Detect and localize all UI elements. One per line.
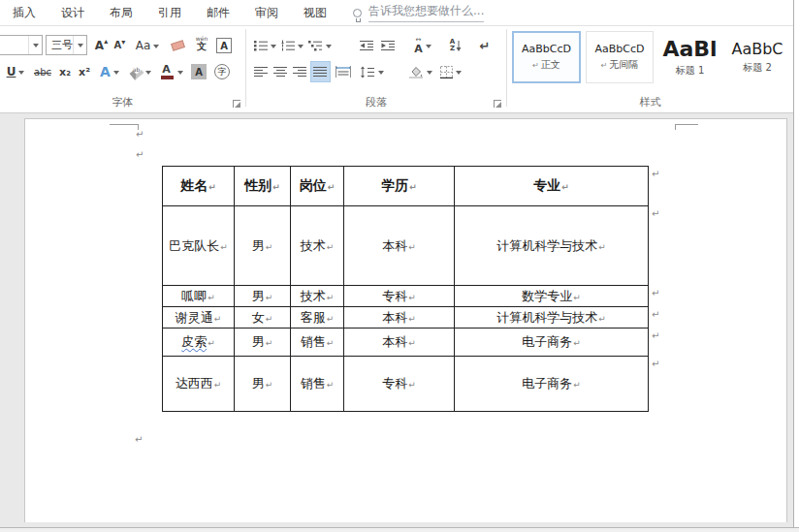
table-cell[interactable]: 呱唧↵	[163, 286, 235, 307]
table-cell[interactable]: 计算机科学与技术↵	[455, 206, 649, 286]
table-cell[interactable]: 巴克队长↵	[163, 206, 235, 286]
paragraph-mark: ↵	[136, 150, 144, 160]
font-size-combo[interactable]: 三号	[46, 35, 87, 55]
table-cell[interactable]: 数学专业↵	[455, 286, 649, 307]
table-cell[interactable]: 计算机科学与技术↵	[455, 307, 649, 329]
paragraph-mark: ↵	[135, 435, 143, 445]
tab-references[interactable]: 引用	[145, 0, 194, 25]
style-no-spacing[interactable]: AaBbCcD ↵无间隔	[586, 31, 654, 83]
table-cell[interactable]: 客服↵	[291, 307, 344, 329]
table-cell[interactable]: 销售↵	[291, 329, 344, 357]
table-row: 呱唧↵ 男↵ 技术↵ 专科↵ 数学专业↵	[163, 286, 649, 307]
font-color-icon: A	[159, 64, 175, 80]
show-marks-button[interactable]: ↵	[475, 35, 495, 56]
status-bar-strip	[0, 528, 799, 532]
table-cell[interactable]: 技术↵	[291, 206, 344, 286]
clear-formatting-button[interactable]	[167, 35, 188, 56]
header-position[interactable]: 岗位↵	[291, 167, 344, 206]
table-cell[interactable]: 谢灵通↵	[163, 307, 235, 329]
style-heading2[interactable]: AaBbC 标题 2	[726, 31, 788, 83]
chevron-down-icon	[73, 36, 86, 54]
paragraph-group: ↔ A A Z ↵	[246, 26, 506, 112]
enclose-characters-icon: 字	[214, 64, 230, 79]
increase-indent-button[interactable]	[378, 35, 398, 56]
numbering-button[interactable]	[279, 35, 304, 56]
paragraph-group-label: 段落	[246, 95, 506, 110]
table-cell[interactable]: 专科↵	[344, 286, 455, 307]
paragraph-dialog-launcher[interactable]	[494, 100, 501, 108]
header-gender[interactable]: 性别↵	[235, 167, 291, 206]
table-cell[interactable]: 皮索↵	[163, 329, 235, 357]
grow-font-button[interactable]: A▴	[92, 35, 111, 56]
end-of-row-mark: ↵	[652, 360, 659, 369]
employee-table: 姓名↵ 性别↵ 岗位↵ 学历↵ 专业↵ 巴克队长↵ 男↵ 技术↵ 本科↵ 计算机…	[162, 166, 649, 412]
character-shading-button[interactable]: A	[190, 61, 208, 82]
superscript-button[interactable]: x²	[76, 61, 93, 82]
line-spacing-button[interactable]	[357, 61, 386, 82]
tab-insert[interactable]: 插入	[0, 0, 48, 25]
table-cell[interactable]: 本科↵	[344, 206, 455, 286]
table-cell[interactable]: 销售↵	[291, 357, 344, 412]
tab-layout[interactable]: 布局	[97, 0, 145, 25]
font-color-button[interactable]: A	[157, 61, 184, 82]
underline-button[interactable]: U	[4, 61, 27, 82]
tab-view[interactable]: 视图	[291, 0, 339, 25]
font-dialog-launcher[interactable]	[233, 100, 240, 108]
table-cell[interactable]: 技术↵	[291, 286, 344, 307]
table-cell[interactable]: 男↵	[235, 286, 291, 307]
styles-group-label: 样式	[507, 95, 793, 110]
align-center-icon	[273, 66, 288, 78]
change-case-button[interactable]: Aa	[134, 35, 161, 56]
table-cell[interactable]: 本科↵	[344, 329, 455, 357]
increase-indent-icon	[381, 40, 396, 51]
align-left-button[interactable]	[252, 61, 271, 82]
character-shading-icon: A	[191, 64, 207, 79]
shading-button[interactable]	[405, 61, 434, 82]
table-cell[interactable]: 男↵	[235, 206, 291, 286]
table-cell[interactable]: 电子商务↵	[455, 329, 649, 357]
decrease-indent-button[interactable]	[357, 35, 376, 56]
table-cell[interactable]: 达西西↵	[163, 357, 235, 412]
table-cell[interactable]: 本科↵	[344, 307, 455, 329]
tell-me-box[interactable]: 告诉我您想要做什么...	[353, 3, 484, 22]
bullets-icon	[254, 40, 268, 51]
tab-review[interactable]: 审阅	[242, 0, 291, 25]
text-highlight-button[interactable]: ab	[126, 61, 155, 82]
bullets-button[interactable]	[252, 35, 277, 56]
header-name[interactable]: 姓名↵	[163, 167, 235, 206]
phonetic-guide-button[interactable]: wén 文	[192, 33, 211, 54]
strikethrough-button[interactable]: abc	[31, 61, 54, 82]
header-major[interactable]: 专业↵	[455, 167, 649, 206]
lightbulb-icon	[353, 9, 362, 17]
sort-button[interactable]: A Z	[446, 35, 465, 56]
character-border-button[interactable]: A	[215, 35, 233, 56]
distribute-button[interactable]	[333, 61, 354, 82]
style-heading1[interactable]: AaBl 标题 1	[657, 31, 722, 83]
table-cell[interactable]: 电子商务↵	[455, 357, 649, 412]
end-of-row-mark: ↵	[652, 289, 659, 298]
text-effects-button[interactable]: A	[97, 61, 122, 82]
multilevel-list-button[interactable]	[306, 35, 334, 56]
tab-mailings[interactable]: 邮件	[194, 0, 242, 25]
shrink-font-button[interactable]: A▾	[111, 35, 129, 56]
font-name-combo[interactable]	[0, 35, 43, 55]
header-education[interactable]: 学历↵	[344, 167, 455, 206]
document-page[interactable]: ↵ ↵ 姓名↵ 性别↵ 岗位↵ 学历↵ 专业↵ 巴克队长↵ 男↵ 技术↵ 本科↵	[24, 118, 787, 522]
borders-icon	[440, 66, 453, 78]
style-normal[interactable]: AaBbCcD ↵正文	[512, 31, 581, 83]
subscript-button[interactable]: x₂	[56, 61, 74, 82]
align-center-button[interactable]	[272, 61, 290, 82]
multilevel-list-icon	[308, 40, 323, 51]
table-cell[interactable]: 女↵	[235, 307, 291, 329]
distribute-icon	[336, 66, 351, 78]
table-cell[interactable]: 男↵	[235, 357, 291, 412]
numbering-icon	[281, 40, 295, 51]
asian-layout-button[interactable]: ↔ A	[407, 35, 438, 56]
align-right-button[interactable]	[291, 61, 309, 82]
table-cell[interactable]: 专科↵	[344, 357, 455, 412]
tab-design[interactable]: 设计	[48, 0, 97, 25]
enclose-characters-button[interactable]: 字	[213, 61, 231, 82]
borders-button[interactable]	[436, 61, 465, 82]
table-cell[interactable]: 男↵	[235, 329, 291, 357]
justify-button[interactable]	[310, 61, 331, 82]
